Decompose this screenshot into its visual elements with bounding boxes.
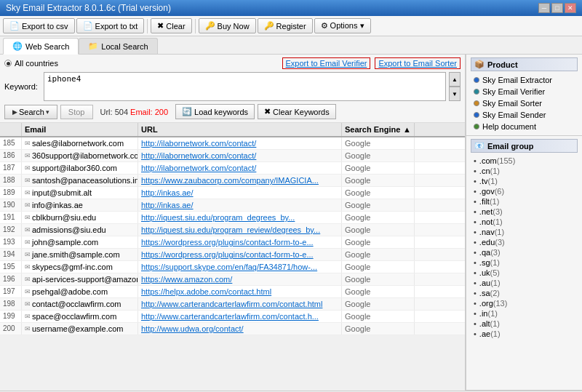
export-verifier-link[interactable]: Export to Email Verifier [282,57,371,69]
email-group-item-qa[interactable]: • .qa (3) [471,247,578,257]
table-row[interactable]: 198 ✉ contact@occlawfirm.com http://www.… [0,298,465,311]
table-row[interactable]: 191 ✉ cblkburn@siu.edu http://iquest.siu… [0,212,465,224]
cell-email-2: ✉ support@ilabor360.com [22,162,138,174]
clear-button[interactable]: ✖ Clear [151,18,191,33]
th-engine[interactable]: Search Engine ▲ [342,123,415,136]
cell-url-5[interactable]: http://inkas.ae/ [138,199,342,211]
product-item-extractor[interactable]: Sky Email Extractor [471,74,578,86]
email-group-item-tv[interactable]: • .tv (1) [471,176,578,186]
maximize-button[interactable]: □ [551,3,563,13]
email-group-label-com: .com [479,156,497,165]
cell-url-4[interactable]: http://inkas.ae/ [138,187,342,199]
email-group-item-sa[interactable]: • .sa (2) [471,288,578,298]
cell-email-1: ✉ 360support@ilabornetwork.com [22,150,138,161]
cell-engine-15: Google [342,323,415,335]
email-value-12: psehgal@adobe.com [32,287,108,296]
table-row[interactable]: 200 ✉ username@example.com http://www.ud… [0,323,465,335]
register-button[interactable]: 🔑 Register [258,18,313,33]
email-group-item-not[interactable]: • .not (1) [471,217,578,227]
email-group-section-icon: 📧 [474,141,485,151]
email-group-count-uk: (5) [490,268,500,277]
cell-url-1[interactable]: http://ilabornetwork.com/contact/ [138,150,342,161]
email-group-item-au[interactable]: • .au (1) [471,278,578,288]
product-item-verifier[interactable]: Sky Email Verifier [471,86,578,97]
product-item-sorter[interactable]: Sky Email Sorter [471,97,578,109]
cell-url-0[interactable]: http://ilabornetwork.com/contact/ [138,137,342,149]
load-keywords-button[interactable]: 🔄 Load keywords [175,104,255,119]
buy-now-button[interactable]: 🔑 Buy Now [199,18,256,33]
table-row[interactable]: 197 ✉ psehgal@adobe.com https://helpx.ad… [0,286,465,298]
export-txt-button[interactable]: 📄 Export to txt [76,18,145,33]
email-group-item-alt[interactable]: • .alt (1) [471,319,578,329]
th-url-label: URL [141,125,158,134]
table-row[interactable]: 193 ✉ john@sample.com https://wordpress.… [0,236,465,249]
keyword-input[interactable]: iphone4 [44,72,446,101]
cell-url-12[interactable]: https://helpx.adobe.com/contact.html [138,286,342,297]
product-dot-sorter [474,100,479,106]
table-row[interactable]: 188 ✉ santosh@panaceasolutions.in https:… [0,175,465,187]
table-row[interactable]: 195 ✉ skypecs@gmf-inc.com https://suppor… [0,261,465,273]
email-value-5: info@inkas.ae [32,201,83,209]
cell-url-8[interactable]: https://wordpress.org/plugins/contact-fo… [138,236,342,248]
tab-local-search[interactable]: 📁 Local Search [79,38,157,54]
cell-url-3[interactable]: https://www.zaubacorp.com/company/IMAGIC… [138,175,342,186]
table-row[interactable]: 194 ✉ jane.smith@sample.com https://word… [0,249,465,261]
export-csv-button[interactable]: 📄 Export to csv [3,18,75,33]
cell-url-14[interactable]: http://www.carterandcarterlawfirm.com/co… [138,311,342,322]
minimize-button[interactable]: ─ [538,3,550,13]
country-radio[interactable] [4,60,12,67]
email-group-item-gov[interactable]: • .gov (6) [471,186,578,196]
export-csv-icon: 📄 [9,21,20,31]
email-group-item-net[interactable]: • .net (3) [471,207,578,217]
product-item-help[interactable]: Help document [471,121,578,132]
table-row[interactable]: 187 ✉ support@ilabor360.com http://ilabo… [0,162,465,175]
cell-url-2[interactable]: http://ilabornetwork.com/contact/ [138,162,342,174]
cell-url-15[interactable]: http://www.udwa.org/contact/ [138,323,342,335]
scroll-down-arrow[interactable]: ▼ [449,87,461,101]
th-url[interactable]: URL [138,123,342,136]
th-email[interactable]: Email [22,123,138,136]
register-icon: 🔑 [264,21,274,31]
th-email-label: Email [25,125,46,134]
scroll-up-arrow[interactable]: ▲ [449,72,461,87]
email-group-item-org[interactable]: • .org (13) [471,298,578,308]
email-group-bullet-in: • [474,309,477,318]
search-button[interactable]: ▶ Search ▾ [4,105,57,119]
email-group-item-nav[interactable]: • .nav (1) [471,227,578,237]
email-group-item-ae[interactable]: • .ae (1) [471,329,578,339]
product-label-verifier: Sky Email Verifier [482,87,545,96]
cell-url-11[interactable]: https://www.amazon.com/ [138,273,342,285]
keyword-label: Keyword: [4,82,41,91]
cell-url-7[interactable]: http://iquest.siu.edu/program_review/deg… [138,224,342,236]
cell-engine-11: Google [342,273,415,285]
email-group-item-in[interactable]: • .in (1) [471,308,578,319]
table-row[interactable]: 192 ✉ admissions@siu.edu http://iquest.s… [0,224,465,236]
product-item-sender[interactable]: Sky Email Sender [471,109,578,121]
right-panel: 📦 Product Sky Email Extractor Sky Email … [466,55,582,391]
email-group-bullet-au: • [474,279,477,287]
cell-url-13[interactable]: http://www.carterandcarterlawfirm.com/co… [138,298,342,310]
table-row[interactable]: 189 ✉ input@submit.alt http://inkas.ae/ … [0,187,465,199]
cell-url-6[interactable]: http://iquest.siu.edu/program_degrees_by… [138,212,342,223]
table-row[interactable]: 186 ✉ 360support@ilabornetwork.com http:… [0,150,465,162]
left-panel: All countries Export to Email Verifier E… [0,55,466,391]
table-row[interactable]: 199 ✉ space@occlawfirm.com http://www.ca… [0,311,465,323]
export-sorter-link[interactable]: Export to Email Sorter [375,57,461,69]
tab-bar: 🌐 Web Search 📁 Local Search [0,36,582,55]
cell-url-9[interactable]: https://wordpress.org/plugins/contact-fo… [138,249,342,260]
email-group-item-filt[interactable]: • .filt (1) [471,196,578,207]
table-row[interactable]: 190 ✉ info@inkas.ae http://inkas.ae/ Goo… [0,199,465,212]
options-button[interactable]: ⚙ Options ▾ [314,18,371,33]
email-group-item-uk[interactable]: • .uk (5) [471,268,578,278]
email-group-item-sg[interactable]: • .sg (1) [471,257,578,268]
cell-url-10[interactable]: https://support.skype.com/en/faq/FA34871… [138,261,342,273]
email-group-item-com[interactable]: • .com (155) [471,156,578,166]
email-group-item-edu[interactable]: • .edu (3) [471,237,578,247]
clear-keywords-button[interactable]: ✖ Clear Keywords [258,104,336,119]
table-row[interactable]: 196 ✉ api-services-support@amazon.c... h… [0,273,465,286]
table-row[interactable]: 185 ✉ sales@ilabornetwork.com http://ila… [0,137,465,150]
stop-button[interactable]: Stop [60,105,93,119]
email-group-item-cn[interactable]: • .cn (1) [471,166,578,176]
tab-web-search[interactable]: 🌐 Web Search [3,38,79,55]
close-button[interactable]: ✕ [565,3,576,13]
